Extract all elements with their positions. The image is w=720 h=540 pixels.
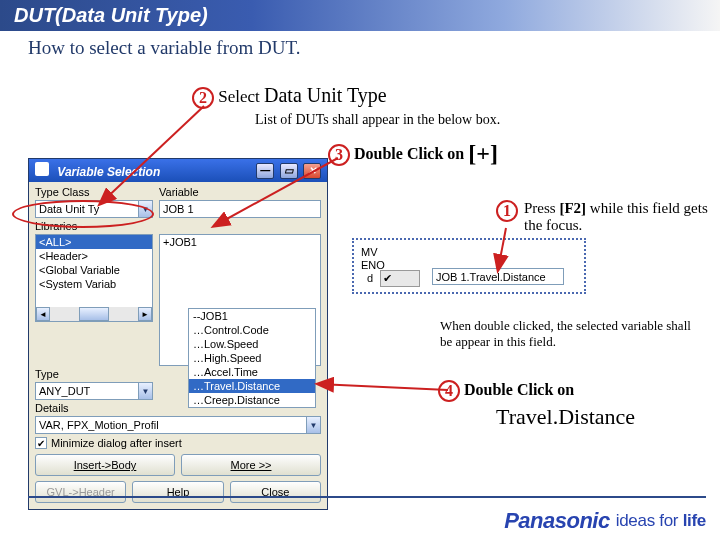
step-2-prefix: Select: [218, 87, 264, 106]
page-subtitle: How to select a variable from DUT.: [0, 31, 720, 61]
minimize-checkbox-row[interactable]: ✔ Minimize dialog after insert: [35, 437, 321, 449]
type-value: ANY_DUT: [39, 385, 90, 397]
step-2-text: 2 Select Data Unit Type: [192, 84, 387, 109]
step-1-circle: 1: [496, 200, 518, 222]
tagline: ideas for life: [616, 511, 706, 531]
tree-item[interactable]: +JOB1: [160, 235, 320, 249]
step-1-key: [F2]: [559, 200, 586, 216]
step-4-label: Double Click on: [464, 381, 574, 398]
scroll-right-icon[interactable]: ►: [138, 307, 152, 321]
step-2-circle: 2: [192, 87, 214, 109]
checkbox-icon[interactable]: ✔: [35, 437, 47, 449]
list-item[interactable]: …Accel.Time: [189, 365, 315, 379]
dialog-title: Variable Selection: [57, 165, 160, 179]
step-1-text: 1 Press [F2] while this field gets the f…: [496, 200, 716, 234]
job-popup-list[interactable]: --JOB1 …Control.Code …Low.Speed …High.Sp…: [188, 308, 316, 408]
svg-line-3: [318, 384, 448, 390]
brand-text: Panasonic: [504, 508, 610, 534]
list-item[interactable]: <ALL>: [36, 235, 152, 249]
list-item[interactable]: …Creep.Distance: [189, 393, 315, 407]
dialog-close-button[interactable]: Close: [230, 481, 321, 503]
close-button[interactable]: ✕: [303, 163, 321, 179]
list-item[interactable]: …Low.Speed: [189, 337, 315, 351]
list-item[interactable]: --JOB1: [189, 309, 315, 323]
step-4-value: Travel.Distance: [496, 404, 635, 430]
list-item-selected[interactable]: …Travel.Distance: [189, 379, 315, 393]
checkbox-label: Minimize dialog after insert: [51, 437, 182, 449]
step-1-prefix: Press: [524, 200, 559, 216]
insert-button[interactable]: Insert->Body: [35, 454, 175, 476]
label-typeclass: Type Class: [35, 186, 153, 198]
step-4-text: 4 Double Click on: [438, 380, 574, 402]
label-type: Type: [35, 368, 153, 380]
when-double-clicked-note: When double clicked, the selected variab…: [440, 318, 700, 350]
details-field[interactable]: VAR, FPX_Motion_Profil ▼: [35, 416, 321, 434]
page-title: DUT(Data Unit Type): [0, 0, 720, 31]
step-4-circle: 4: [438, 380, 460, 402]
scroll-thumb[interactable]: [79, 307, 109, 321]
label-variable: Variable: [159, 186, 321, 198]
maximize-button[interactable]: ▭: [280, 163, 298, 179]
step-3-symbol: [+]: [468, 140, 498, 166]
typeclass-highlight-oval: [12, 200, 154, 228]
details-value: VAR, FPX_Motion_Profil: [39, 419, 159, 431]
footer-logo: Panasonic ideas for life: [504, 508, 706, 534]
list-item[interactable]: …Control.Code: [189, 323, 315, 337]
type-dropdown[interactable]: ANY_DUT ▼: [35, 382, 153, 400]
step-3-circle: 3: [328, 144, 350, 166]
list-item[interactable]: <Header>: [36, 249, 152, 263]
step-3-text: 3 Double Click on [+]: [328, 140, 498, 167]
step-2-strong: Data Unit Type: [264, 84, 387, 106]
step-3-label: Double Click on: [354, 145, 468, 162]
libraries-listbox[interactable]: <ALL> <Header> <Global Variable <System …: [35, 234, 153, 322]
help-button[interactable]: Help: [132, 481, 223, 503]
target-field[interactable]: JOB 1.Travel.Distance: [432, 268, 564, 285]
minimize-button[interactable]: —: [256, 163, 274, 179]
chevron-down-icon[interactable]: ▼: [138, 383, 152, 399]
footer-divider: [28, 496, 706, 498]
dialog-titlebar[interactable]: Variable Selection — ▭ ✕: [29, 159, 327, 182]
dialog-title-icon: [35, 162, 49, 176]
target-field-value: JOB 1.Travel.Distance: [436, 271, 546, 283]
list-item[interactable]: …High.Speed: [189, 351, 315, 365]
chevron-down-icon[interactable]: ▼: [306, 417, 320, 433]
list-item[interactable]: <Global Variable: [36, 263, 152, 277]
list-caption: List of DUTs shall appear in the below b…: [255, 112, 500, 128]
variable-input[interactable]: JOB 1: [159, 200, 321, 218]
more-button[interactable]: More >>: [181, 454, 321, 476]
list-item[interactable]: <System Variab: [36, 277, 152, 291]
fragment-tick: ✔: [380, 270, 420, 287]
gvl-button: GVL->Header: [35, 481, 126, 503]
variable-value: JOB 1: [163, 203, 194, 215]
scroll-left-icon[interactable]: ◄: [36, 307, 50, 321]
h-scrollbar[interactable]: ◄ ►: [36, 307, 152, 321]
label-details: Details: [35, 402, 153, 414]
